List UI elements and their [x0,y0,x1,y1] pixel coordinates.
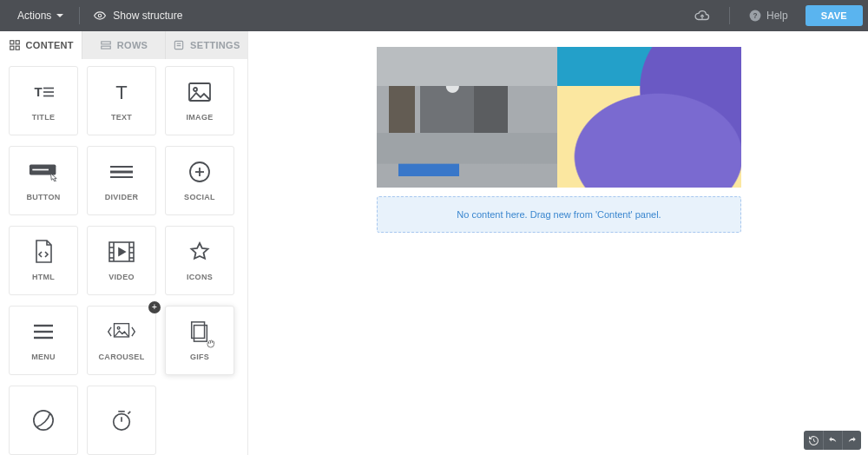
svg-rect-8 [102,46,111,49]
divider-icon [108,160,135,184]
text-icon: T [111,80,132,104]
redo-icon [846,435,858,446]
block-carousel[interactable]: CAROUSEL+ [87,306,156,375]
show-structure-toggle[interactable]: Show structure [94,10,182,22]
block-html[interactable]: HTML [9,226,78,295]
canvas[interactable]: No content here. Drag new from 'Content'… [248,31,868,455]
block-title-label: TITLE [32,113,56,122]
block-carousel-label: CAROUSEL [99,353,145,361]
sticker-icon [32,408,55,432]
svg-text:T: T [115,82,127,102]
block-divider-label: DIVIDER [105,193,139,201]
tab-settings[interactable]: SETTINGS [166,31,247,59]
svg-point-0 [99,14,102,17]
tab-rows[interactable]: ROWS [82,31,165,59]
dropzone-text: No content here. Drag new from 'Content'… [457,209,661,220]
help-icon: ? [749,10,761,22]
svg-point-43 [34,411,53,430]
svg-point-44 [114,414,130,431]
svg-line-49 [813,440,815,441]
social-icon [188,160,211,184]
grid-icon [9,39,21,51]
block-sticker[interactable] [9,386,78,455]
button-icon [29,160,58,184]
sidebar: CONTENT ROWS SETTINGS TTITLETTEXTIMAGEBU… [0,31,248,455]
html-icon [33,240,54,264]
svg-rect-7 [102,42,111,44]
block-gifs[interactable]: GIFS [165,306,234,375]
block-carousel-badge: + [148,301,161,313]
svg-rect-4 [16,41,19,44]
block-text-label: TEXT [111,113,132,122]
placed-gif-right[interactable] [557,47,741,188]
block-divider[interactable]: DIVIDER [87,146,156,215]
svg-rect-6 [16,46,19,49]
show-structure-label: Show structure [113,10,182,22]
carousel-icon [107,320,136,344]
block-icons[interactable]: ICONS [165,226,234,295]
history-button[interactable] [804,431,823,450]
svg-rect-5 [10,46,13,49]
block-button-label: BUTTON [26,193,60,201]
block-video-label: VIDEO [108,273,135,281]
topbar: Actions Show structure ? Help SAVE [0,0,868,31]
empty-dropzone[interactable]: No content here. Drag new from 'Content'… [377,196,741,233]
svg-line-47 [128,412,130,414]
block-button[interactable]: BUTTON [9,146,78,215]
undo-icon [827,435,838,446]
block-menu[interactable]: MENU [9,306,78,375]
help-button[interactable]: ? Help [749,10,788,22]
block-video[interactable]: VIDEO [87,226,156,295]
workspace: CONTENT ROWS SETTINGS TTITLETTEXTIMAGEBU… [0,31,868,455]
separator [79,7,80,24]
rows-icon [100,39,112,51]
block-timer[interactable] [87,386,156,455]
actions-label: Actions [17,10,51,22]
block-icons-label: ICONS [187,273,213,281]
separator [729,7,730,24]
timer-icon [110,408,133,432]
icons-icon [189,240,210,264]
block-image-label: IMAGE [186,113,213,122]
grab-cursor-icon [206,337,216,353]
svg-point-18 [194,88,197,91]
block-menu-label: MENU [31,353,56,361]
gif-row [377,47,741,188]
redo-button[interactable] [842,431,861,450]
cloud-sync-button[interactable] [694,8,710,23]
content-blocks-panel: TTITLETTEXTIMAGEBUTTONDIVIDERSOCIALHTMLV… [0,59,247,455]
stage: No content here. Drag new from 'Content'… [377,47,741,233]
menu-icon [32,320,55,344]
tab-settings-label: SETTINGS [190,40,240,50]
block-social-label: SOCIAL [184,193,215,201]
block-text[interactable]: TTEXT [87,66,156,135]
cloud-upload-icon [694,8,710,23]
help-label: Help [766,10,788,22]
history-icon [808,435,819,446]
image-icon [188,80,211,104]
block-gifs-label: GIFS [190,353,209,361]
svg-text:?: ? [753,12,757,20]
block-html-label: HTML [32,273,55,281]
undo-button[interactable] [823,431,842,450]
save-button[interactable]: SAVE [806,5,863,26]
settings-list-icon [173,39,185,51]
tab-rows-label: ROWS [117,40,148,50]
svg-point-40 [117,326,120,329]
tab-content-label: CONTENT [26,40,74,50]
video-icon [108,240,135,264]
placed-gif-left[interactable] [377,47,557,188]
eye-icon [94,10,106,22]
actions-menu[interactable]: Actions [12,6,69,25]
chevron-down-icon [56,14,63,17]
block-social[interactable]: SOCIAL [165,146,234,215]
svg-text:T: T [35,84,43,99]
sidebar-tabs: CONTENT ROWS SETTINGS [0,31,247,59]
svg-rect-20 [32,169,49,171]
history-toolbar [804,431,861,450]
block-image[interactable]: IMAGE [165,66,234,135]
svg-rect-3 [10,41,13,44]
block-title[interactable]: TTITLE [9,66,78,135]
title-icon: T [30,80,56,104]
tab-content[interactable]: CONTENT [0,31,82,59]
